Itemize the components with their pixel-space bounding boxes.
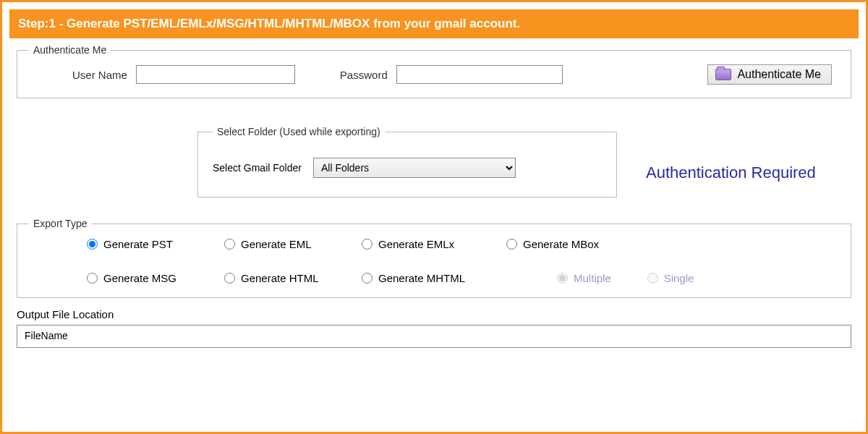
radio-mbox-multiple-input <box>557 273 568 284</box>
select-folder-row: Select Gmail Folder All Folders <box>213 158 602 178</box>
radio-mbox[interactable]: Generate MBox <box>506 238 839 250</box>
authenticate-fieldset: Authenticate Me User Name Password Authe… <box>17 44 851 98</box>
radio-mbox-multiple[interactable]: Multiple <box>557 272 611 284</box>
radio-msg-input[interactable] <box>87 273 98 284</box>
password-input[interactable] <box>396 65 563 84</box>
radio-pst[interactable]: Generate PST <box>87 238 224 250</box>
radio-pst-input[interactable] <box>87 239 98 250</box>
radio-eml[interactable]: Generate EML <box>224 238 362 250</box>
gmail-folder-select[interactable]: All Folders <box>313 158 516 178</box>
radio-mhtml-label: Generate MHTML <box>378 272 465 284</box>
output-location-label: Output File Location <box>17 308 851 320</box>
filename-box: FileName <box>17 325 851 348</box>
folder-status-row: Select Folder (Used while exporting) Sel… <box>9 120 859 203</box>
authenticate-button[interactable]: Authenticate Me <box>707 64 832 85</box>
select-folder-legend: Select Folder (Used while exporting) <box>213 126 385 137</box>
export-type-legend: Export Type <box>29 218 91 229</box>
export-radio-grid: Generate PST Generate EML Generate EMLx … <box>29 238 839 284</box>
username-label: User Name <box>72 69 127 81</box>
password-label: Password <box>340 69 388 81</box>
radio-html-input[interactable] <box>224 273 235 284</box>
radio-msg-label: Generate MSG <box>103 272 176 284</box>
radio-eml-input[interactable] <box>224 239 235 250</box>
mbox-sub-options: Multiple Single <box>557 272 839 284</box>
username-input[interactable] <box>136 65 295 84</box>
select-folder-fieldset: Select Folder (Used while exporting) Sel… <box>197 126 617 197</box>
auth-row: User Name Password Authenticate Me <box>29 64 839 85</box>
radio-html-label: Generate HTML <box>241 272 319 284</box>
radio-mhtml-input[interactable] <box>362 273 373 284</box>
output-section: Output File Location FileName <box>17 308 851 348</box>
radio-msg[interactable]: Generate MSG <box>87 272 224 284</box>
export-type-fieldset: Export Type Generate PST Generate EML Ge… <box>17 218 851 298</box>
app-window: Step:1 - Generate PST/EML/EMLx/MSG/HTML/… <box>0 0 868 434</box>
select-folder-label: Select Gmail Folder <box>213 162 302 174</box>
radio-html[interactable]: Generate HTML <box>224 272 362 284</box>
radio-emlx[interactable]: Generate EMLx <box>362 238 506 250</box>
authenticate-button-label: Authenticate Me <box>737 68 821 81</box>
folder-icon <box>715 69 731 80</box>
radio-mbox-single-label: Single <box>664 272 694 284</box>
radio-mbox-label: Generate MBox <box>523 238 599 250</box>
radio-emlx-input[interactable] <box>362 239 373 250</box>
radio-eml-label: Generate EML <box>241 238 312 250</box>
radio-pst-label: Generate PST <box>103 238 173 250</box>
radio-mbox-multiple-label: Multiple <box>574 272 611 284</box>
radio-mbox-single[interactable]: Single <box>647 272 694 284</box>
auth-status-text: Authentication Required <box>646 163 816 182</box>
radio-mbox-input[interactable] <box>506 239 517 250</box>
filename-label: FileName <box>25 330 68 341</box>
radio-mbox-single-input <box>647 273 658 284</box>
authenticate-legend: Authenticate Me <box>29 44 111 56</box>
radio-mhtml[interactable]: Generate MHTML <box>362 272 506 284</box>
radio-emlx-label: Generate EMLx <box>378 238 454 250</box>
mbox-cell: Generate MBox Multiple Single <box>506 238 839 284</box>
step-header: Step:1 - Generate PST/EML/EMLx/MSG/HTML/… <box>9 9 859 38</box>
